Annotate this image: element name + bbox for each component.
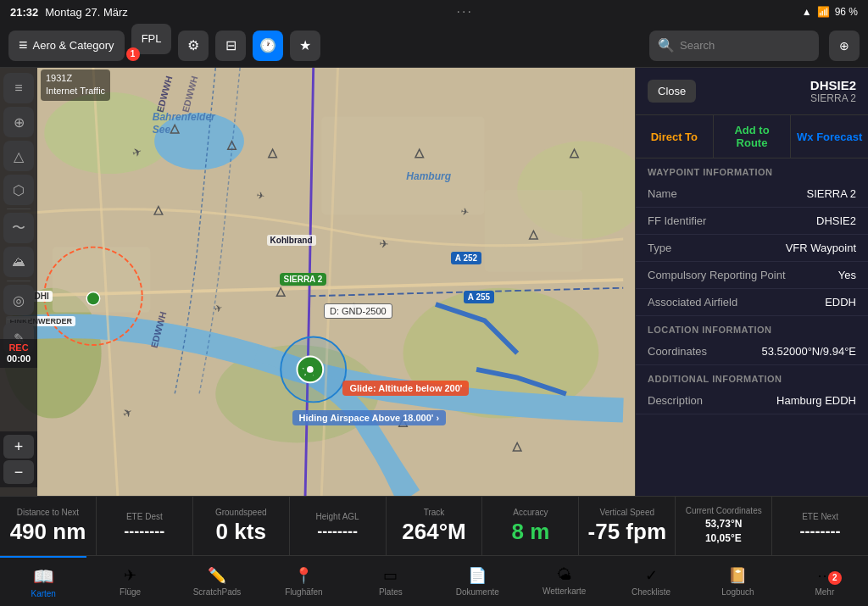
coordinates-value: 53.52000°N/9.94°E (761, 345, 856, 358)
logbuch-label: Logbuch (721, 587, 754, 597)
checkliste-icon: ✓ (645, 566, 658, 585)
nav-flughafen[interactable]: 📍 Flughäfen (260, 556, 347, 606)
nav-plates[interactable]: ▭ Plates (348, 556, 434, 606)
rec-button[interactable]: REC 00:00 (7, 342, 31, 364)
nav-checkliste[interactable]: ✓ Checkliste (608, 556, 694, 606)
vertical-speed-label: Vertical Speed (600, 508, 655, 517)
map-svg: ✈ ✈ ✈ ✈ ✈ ✈ (0, 68, 635, 496)
close-label: Close (658, 85, 686, 97)
search-icon: 🔍 (658, 37, 675, 53)
panel-actions: Direct To Add to Route Wx Forecast (636, 115, 868, 158)
status-icons: ▲ 📶 96 % (802, 6, 858, 18)
ete-dest-label: ETE Dest (126, 512, 163, 521)
fpl-label: FPL (142, 32, 162, 45)
logbuch-icon: 📔 (728, 566, 747, 585)
nav-dokumente[interactable]: 📄 Dokumente (434, 556, 520, 606)
svg-text:✈: ✈ (378, 237, 388, 251)
name-row: Name SIERRA 2 (636, 181, 868, 208)
center-indicator: ··· (457, 4, 473, 19)
nav-mehr-wrapper: ⋯ Mehr 2 (782, 566, 868, 597)
nav-karten[interactable]: 📖 Karten (0, 556, 86, 606)
signal-icon: 📶 (817, 6, 830, 18)
vertical-speed-value: -75 fpm (588, 519, 666, 545)
compulsory-value: Yes (838, 269, 856, 281)
compulsory-row: Compulsory Reporting Point Yes (636, 262, 868, 289)
layers-button[interactable]: ≡ Aero & Category (8, 31, 125, 61)
svg-text:✈: ✈ (256, 190, 266, 202)
toolbar: ≡ Aero & Category FPL 1 ⚙ ⊟ 🕐 ★ 🔍 ⊕ (0, 24, 868, 68)
sidebar-triangle-tool[interactable]: △ (3, 141, 34, 171)
fpl-badge: 1 (126, 47, 140, 61)
wifi-icon: ▲ (802, 6, 812, 18)
dokumente-label: Dokumente (456, 587, 499, 597)
zoom-in-button[interactable]: + (3, 435, 34, 459)
height-agl-value: -------- (317, 523, 358, 541)
layers-icon: ≡ (14, 81, 22, 96)
accuracy-value: 8 m (511, 519, 549, 545)
add-to-route-button[interactable]: Add to Route (714, 115, 792, 158)
nav-logbuch[interactable]: 📔 Logbuch (694, 556, 781, 606)
ff-id-label: FF Identifier (648, 214, 706, 227)
nav-wetterkarte[interactable]: 🌤 Wetterkarte (520, 556, 607, 606)
sidebar-waves-tool[interactable]: 〜 (3, 213, 34, 243)
status-bar: 21:32 Montag 27. März ··· ▲ 📶 96 % (0, 0, 868, 24)
map-area[interactable]: ✈ ✈ ✈ ✈ ✈ ✈ BahrenfelderSee Hamburg EDHI… (0, 68, 635, 496)
settings-button[interactable]: ⚙ (178, 31, 209, 61)
svg-text:✈: ✈ (459, 206, 470, 218)
svg-point-15 (307, 366, 314, 373)
height-agl-cell: Height AGL -------- (290, 497, 387, 555)
name-label: Name (648, 187, 677, 200)
layers-icon: ≡ (19, 36, 28, 54)
location-icon: ◎ (13, 292, 25, 309)
wx-forecast-button[interactable]: Wx Forecast (791, 115, 868, 158)
current-coords-cell: Current Coordinates 53,73°N10,05°E (676, 497, 772, 555)
close-button[interactable]: Close (648, 80, 696, 103)
panel-title: DHSIE2 (810, 78, 856, 92)
compass-icon: ⊕ (14, 114, 25, 131)
gear-icon: ⚙ (187, 37, 199, 53)
star-button[interactable]: ★ (290, 31, 320, 61)
wetterkarte-icon: 🌤 (557, 566, 572, 584)
direct-to-button[interactable]: Direct To (636, 115, 714, 158)
star-icon: ★ (299, 37, 311, 53)
stats-bar: Distance to Next 490 nm ETE Dest -------… (0, 496, 868, 555)
rec-label: REC (8, 342, 28, 353)
sidebar-route-tool[interactable]: ⬡ (3, 175, 34, 205)
sidebar-mountain-tool[interactable]: ⛰ (3, 247, 34, 277)
coordinates-row: Coordinates 53.52000°N/9.94°E (636, 338, 868, 365)
distance-next-cell: Distance to Next 490 nm (0, 497, 97, 555)
sidebar-compass-tool[interactable]: ⊕ (3, 107, 34, 137)
current-coords-label: Current Coordinates (686, 506, 762, 515)
mehr-badge: 2 (828, 571, 842, 585)
clock-button[interactable]: 🕐 (253, 31, 283, 61)
zoom-out-button[interactable]: − (3, 460, 34, 484)
svg-point-1 (44, 92, 175, 174)
airfield-label: Associated Airfield (648, 296, 737, 309)
type-label: Type (648, 242, 671, 254)
ete-next-cell: ETE Next -------- (772, 497, 868, 555)
track-value: 264°M (402, 519, 465, 545)
additional-section-header: ADDITIONAL INFORMATION (636, 365, 868, 387)
accuracy-cell: Accuracy 8 m (482, 497, 579, 555)
sidebar-location-tool[interactable]: ◎ (3, 285, 34, 315)
coordinates-label: Coordinates (648, 345, 707, 358)
svg-rect-9 (321, 117, 484, 214)
fluge-label: Flüge (120, 587, 141, 597)
karten-icon: 📖 (33, 566, 54, 587)
search-input[interactable] (680, 39, 798, 52)
compulsory-label: Compulsory Reporting Point (648, 269, 786, 281)
current-coords-value: 53,73°N10,05°E (705, 517, 743, 546)
minus-icon: − (14, 464, 24, 481)
waves-icon: 〜 (12, 220, 25, 237)
nav-scratchpads[interactable]: ✏️ ScratchPads (174, 556, 260, 606)
type-row: Type VFR Waypoint (636, 235, 868, 262)
nav-fluge[interactable]: ✈ Flüge (86, 556, 173, 606)
sidebar-layers-tool[interactable]: ≡ (3, 73, 34, 103)
clock-icon: 🕐 (259, 37, 276, 53)
ete-dest-value: -------- (124, 523, 164, 541)
search-settings-button[interactable]: ⊕ (829, 31, 860, 61)
fluge-icon: ✈ (124, 566, 136, 585)
filter-button[interactable]: ⊟ (215, 31, 246, 61)
search-settings-icon: ⊕ (839, 39, 849, 53)
ff-id-value: DHSIE2 (816, 214, 856, 227)
